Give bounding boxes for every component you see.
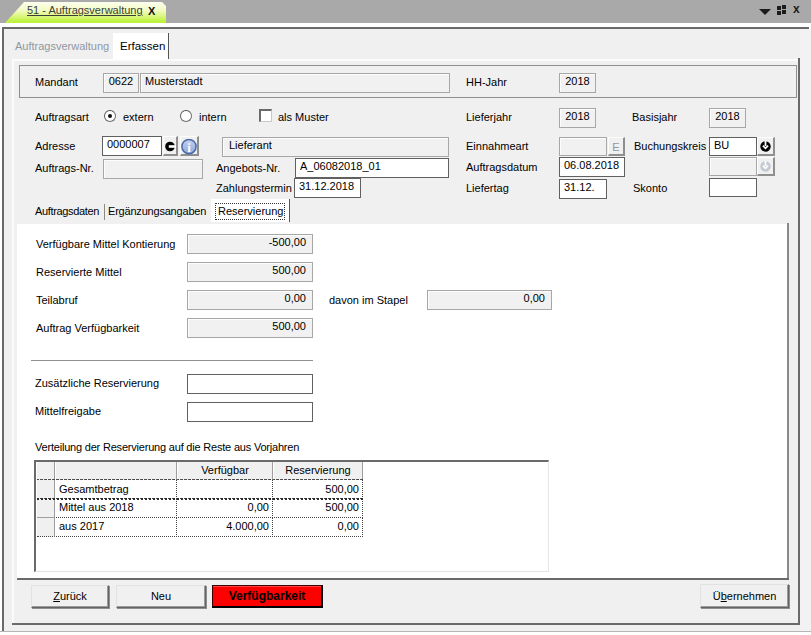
svg-text:i: i <box>187 140 191 155</box>
